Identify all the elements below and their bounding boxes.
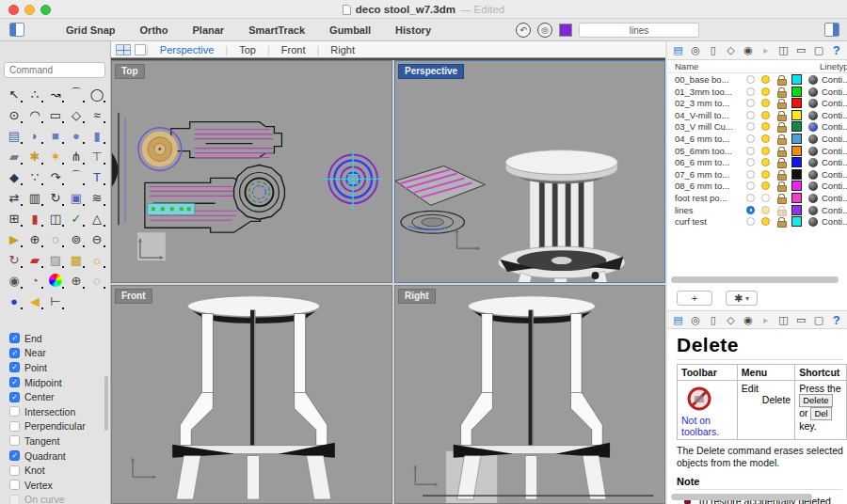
sphere-icon[interactable]: ● — [67, 126, 86, 145]
zoom-dynamic-icon[interactable]: ◌ — [46, 229, 65, 248]
layer-lock-icon[interactable] — [776, 193, 786, 203]
text-icon[interactable]: T — [88, 167, 106, 186]
current-layer-radio[interactable] — [746, 217, 755, 226]
cursor-tab-icon[interactable]: ▸ — [759, 43, 774, 57]
layer-material-icon[interactable] — [808, 87, 818, 97]
layer-row[interactable]: 07_6 mm to...Conti... — [667, 169, 847, 181]
layer-name[interactable]: foot rest po... — [675, 193, 744, 203]
checkbox-icon[interactable] — [9, 495, 20, 504]
select-volume-icon[interactable]: △ — [88, 209, 106, 228]
osnap-perpendicular[interactable]: Perpendicular — [9, 419, 111, 434]
add-layer-button[interactable]: + — [677, 291, 712, 306]
help-tab-icon[interactable]: ? — [829, 313, 843, 327]
layer-color-swatch[interactable] — [791, 181, 802, 191]
zoom-selected-icon[interactable]: ⊚ — [67, 229, 86, 248]
layer-visibility-bulb-icon[interactable] — [761, 147, 770, 155]
viewport-label-perspective[interactable]: Perspective — [398, 64, 464, 79]
viewport-perspective[interactable]: Perspective — [394, 60, 665, 283]
array-grid-icon[interactable]: ⊞ — [5, 209, 24, 228]
arc-blend-icon[interactable]: ⌒ — [67, 167, 86, 186]
layer-row[interactable]: 00_base bo...Conti... — [667, 74, 847, 87]
rotate-view-icon[interactable]: ↻ — [5, 250, 24, 269]
point-icon[interactable]: ∴ — [25, 85, 44, 103]
layer-visibility-bulb-icon[interactable] — [761, 206, 770, 214]
layer-lock-icon[interactable] — [776, 87, 786, 97]
book-tab-icon[interactable]: ◫ — [776, 43, 791, 57]
tab-right[interactable]: Right — [319, 44, 366, 55]
current-layer-radio[interactable] — [746, 75, 755, 84]
viewport-label-right[interactable]: Right — [398, 289, 436, 304]
viewport-front[interactable]: Front — [111, 285, 392, 504]
layer-linetype[interactable]: Conti... — [822, 216, 847, 227]
viewport-top[interactable]: Top — [111, 60, 392, 283]
check-icon[interactable]: ✓ — [67, 209, 86, 228]
align-icon[interactable]: ▮ — [25, 209, 44, 228]
osnap-tangent[interactable]: Tangent — [9, 433, 111, 449]
shade-icon[interactable]: ▨ — [46, 250, 65, 269]
layer-color-swatch[interactable] — [791, 205, 802, 215]
layer-lock-icon[interactable] — [776, 146, 786, 156]
checkbox-icon[interactable]: ✓ — [9, 362, 20, 372]
hierarchy-icon[interactable]: ⊢ — [46, 291, 65, 310]
layer-color-swatch[interactable] — [791, 216, 802, 227]
current-layer-radio[interactable] — [746, 194, 755, 202]
record-history-icon[interactable]: ◎ — [537, 23, 552, 38]
checkbox-icon[interactable] — [9, 465, 20, 476]
layer-material-icon[interactable] — [808, 111, 818, 120]
layer-visibility-bulb-icon[interactable] — [761, 111, 770, 119]
properties-tab-icon[interactable]: ◎ — [689, 313, 703, 327]
layer-row[interactable]: 02_3 mm to...Conti... — [667, 98, 847, 110]
display-tab-icon[interactable]: ▢ — [812, 43, 826, 57]
zoom-out-icon[interactable]: ⊖ — [88, 229, 106, 248]
pipe-icon[interactable]: ⊤ — [88, 147, 106, 165]
layer-visibility-bulb-icon[interactable] — [761, 134, 770, 143]
osnap-near[interactable]: ✓Near — [9, 346, 111, 361]
layer-visibility-bulb-icon[interactable] — [761, 181, 770, 190]
column-name[interactable]: Name — [675, 61, 698, 71]
ellipse-icon[interactable]: ⊙ — [5, 105, 24, 124]
mirror-icon[interactable]: ◫ — [46, 209, 65, 228]
layers-horizontal-scrollbar[interactable] — [671, 276, 839, 283]
not-on-toolbars-link[interactable]: Not on toolbars. — [681, 415, 733, 437]
notes-tab-icon[interactable]: ▯ — [706, 43, 720, 57]
freeform-curve-icon[interactable]: ≈ — [88, 105, 106, 124]
layer-visibility-bulb-icon[interactable] — [761, 122, 770, 131]
osnap-on-curve[interactable]: On curve — [9, 493, 111, 504]
column-linetype[interactable]: Linetype — [820, 61, 847, 71]
layer-color-swatch[interactable] — [791, 169, 802, 180]
help-tab-icon[interactable]: ? — [829, 43, 843, 57]
layer-name[interactable]: 03_V mill Cu... — [675, 121, 744, 132]
layer-row[interactable]: 08_6 mm to...Conti... — [667, 181, 847, 193]
visibility-icon[interactable]: ◔ — [25, 271, 44, 290]
layer-material-icon[interactable] — [808, 122, 818, 132]
gumball-icon[interactable]: ▣ — [67, 188, 86, 207]
zoom-in-icon[interactable]: ⊕ — [25, 229, 44, 248]
layer-name[interactable]: 01_3mm too... — [675, 87, 744, 97]
layer-linetype[interactable]: Conti... — [822, 205, 847, 215]
toggle-planar[interactable]: Planar — [193, 24, 225, 36]
current-layer-radio[interactable] — [746, 170, 755, 179]
distribute-icon[interactable]: ≋ — [88, 188, 106, 207]
layer-name[interactable]: 07_6 mm to... — [675, 169, 744, 180]
box-icon[interactable]: ■ — [46, 126, 65, 145]
lock-icon[interactable]: ◉ — [5, 271, 24, 290]
layer-color-swatch[interactable] — [791, 74, 802, 85]
checkbox-icon[interactable]: ✓ — [9, 348, 20, 358]
current-layer-color-swatch[interactable] — [559, 24, 572, 37]
right-sidebar-toggle-icon[interactable] — [824, 23, 839, 37]
blob-icon[interactable]: ◆ — [5, 167, 24, 186]
cursor-tab-icon[interactable]: ▸ — [759, 313, 774, 327]
layer-linetype[interactable]: Conti... — [822, 193, 847, 203]
layer-row[interactable]: 03_V mill Cu...Conti... — [667, 121, 847, 134]
trim-icon[interactable]: ⋔ — [67, 147, 86, 165]
current-layer-radio[interactable] — [746, 99, 755, 107]
control-point-curve-icon[interactable]: ↝ — [46, 85, 65, 103]
toggle-grid-snap[interactable]: Grid Snap — [66, 24, 116, 36]
curve-bend-icon[interactable]: ↷ — [46, 167, 65, 186]
layer-lock-icon[interactable] — [776, 157, 786, 167]
render-sphere-icon[interactable]: ● — [5, 291, 24, 310]
layer-visibility-bulb-icon[interactable] — [761, 75, 770, 84]
osnap-point[interactable]: ✓Point — [9, 360, 111, 375]
layer-row[interactable]: 01_3mm too...Conti... — [667, 87, 847, 99]
current-layer-radio[interactable] — [746, 111, 755, 119]
